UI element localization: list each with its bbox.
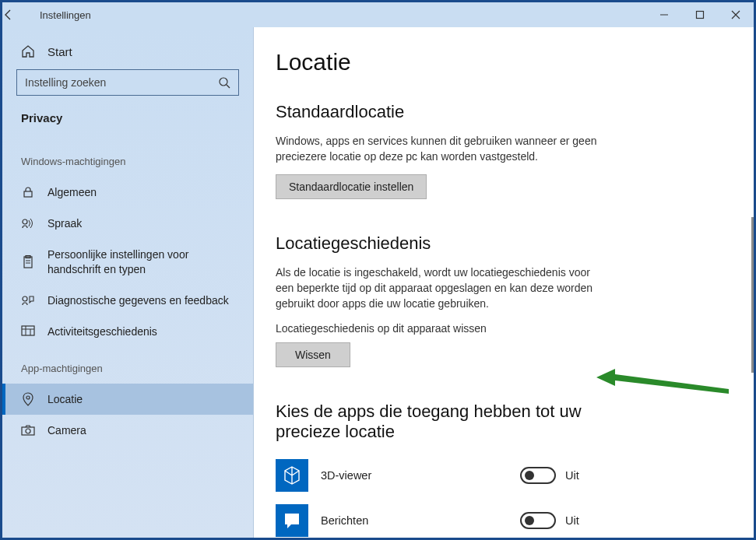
section-standaardlocatie: Standaardlocatie Windows, apps en servic… [276, 102, 715, 199]
home-icon [21, 44, 35, 58]
sidebar-item-camera[interactable]: Camera [2, 415, 253, 446]
sidebar-item-activiteits[interactable]: Activiteitsgeschiedenis [2, 316, 253, 347]
back-button[interactable] [2, 9, 37, 21]
section-windows-permissions: Windows-machtigingen [2, 140, 253, 177]
app-icon-3d-viewer [276, 459, 308, 492]
camera-icon [21, 423, 35, 437]
feedback-icon [21, 293, 35, 307]
maximize-button[interactable] [682, 2, 718, 27]
location-icon [21, 392, 35, 406]
annotation-arrow [596, 366, 737, 405]
svg-rect-4 [24, 191, 32, 197]
clipboard-icon [21, 255, 35, 269]
svg-point-10 [23, 296, 27, 301]
section-locatiegeschiedenis: Locatiegeschiedenis Als de locatie is in… [276, 233, 715, 368]
sidebar-item-label: Locatie [47, 392, 83, 406]
set-default-location-button[interactable]: Standaardlocatie instellen [276, 174, 427, 199]
window-title: Instellingen [37, 9, 646, 21]
speech-icon [21, 216, 35, 230]
svg-rect-11 [22, 326, 34, 335]
sidebar: Start Privacy Windows-machtigingen Algem… [2, 27, 254, 538]
section-description: Windows, apps en services kunnen dit geb… [276, 133, 610, 165]
app-icon-berichten [276, 504, 308, 537]
sidebar-item-label: Algemeen [47, 185, 97, 199]
toggle-state: Uit [565, 469, 579, 482]
activity-icon [21, 324, 35, 338]
app-row-3d-viewer: 3D-viewer Uit [276, 453, 715, 498]
svg-marker-18 [596, 369, 729, 394]
svg-point-15 [26, 396, 30, 399]
app-row-berichten: Berichten Uit [276, 498, 715, 538]
app-name: 3D-viewer [321, 469, 508, 482]
toggle-3d-viewer[interactable] [520, 467, 556, 484]
sidebar-item-spraak[interactable]: Spraak [2, 208, 253, 239]
sidebar-item-label: Camera [47, 423, 86, 437]
main-content: Locatie Standaardlocatie Windows, apps e… [254, 27, 754, 538]
sidebar-item-diagnostische[interactable]: Diagnostische gegevens en feedback [2, 285, 253, 316]
sidebar-item-label: Activiteitsgeschiedenis [47, 324, 157, 338]
toggle-state: Uit [565, 514, 579, 527]
svg-rect-1 [697, 12, 704, 19]
sidebar-item-label: Spraak [47, 216, 82, 230]
section-description: Als de locatie is ingeschakeld, wordt uw… [276, 265, 610, 312]
sidebar-item-label: Diagnostische gegevens en feedback [47, 293, 229, 307]
svg-point-17 [26, 429, 30, 433]
search-input[interactable] [16, 69, 239, 96]
scrollbar[interactable] [751, 217, 754, 373]
section-heading: Standaardlocatie [276, 102, 715, 122]
sidebar-item-label: Persoonlijke instellingen voor handschri… [47, 247, 234, 275]
section-app-access: Kies de apps die toegang hebben tot uw p… [276, 401, 715, 538]
home-label: Start [47, 45, 72, 58]
minimize-button[interactable] [646, 2, 682, 27]
svg-point-5 [23, 219, 27, 224]
search-field[interactable] [25, 76, 218, 89]
app-name: Berichten [321, 514, 508, 527]
home-button[interactable]: Start [2, 38, 253, 69]
category-label: Privacy [2, 107, 253, 140]
close-button[interactable] [718, 2, 754, 27]
section-app-permissions: App-machtigingen [2, 347, 253, 384]
svg-rect-6 [24, 257, 32, 268]
lock-icon [21, 185, 35, 199]
sidebar-item-locatie[interactable]: Locatie [2, 384, 253, 415]
clear-button[interactable]: Wissen [276, 342, 350, 367]
svg-point-2 [220, 78, 227, 86]
svg-line-3 [227, 85, 230, 88]
sidebar-item-handschrift[interactable]: Persoonlijke instellingen voor handschri… [2, 239, 253, 284]
search-icon [218, 76, 230, 89]
page-title: Locatie [276, 49, 715, 75]
section-heading: Kies de apps die toegang hebben tot uw p… [276, 401, 634, 442]
section-heading: Locatiegeschiedenis [276, 233, 715, 254]
toggle-berichten[interactable] [520, 512, 556, 529]
clear-history-label: Locatiegeschiedenis op dit apparaat wiss… [276, 322, 715, 335]
sidebar-item-algemeen[interactable]: Algemeen [2, 177, 253, 208]
titlebar: Instellingen [2, 2, 754, 27]
